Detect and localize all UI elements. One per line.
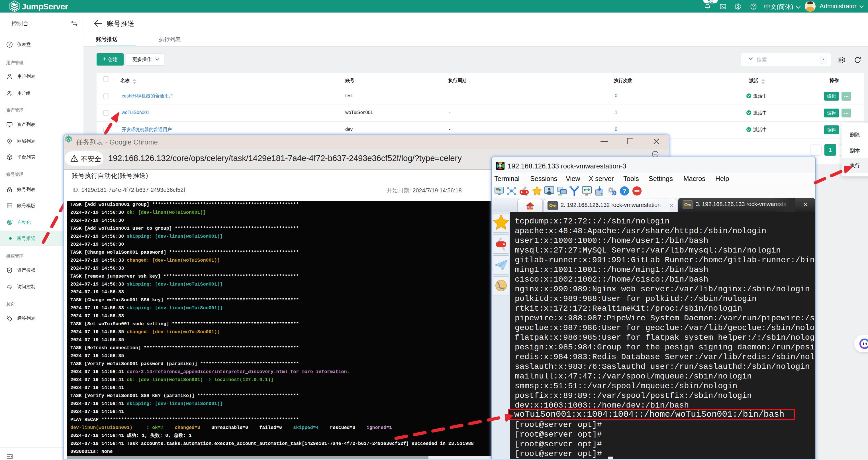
svg-text:?: ? bbox=[622, 187, 626, 195]
svg-text:A: A bbox=[8, 221, 10, 224]
